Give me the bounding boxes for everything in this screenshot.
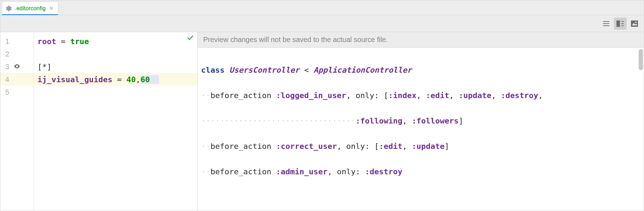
code-token: :update	[412, 142, 445, 151]
code-token	[271, 167, 276, 176]
svg-point-3	[635, 22, 637, 23]
code-token: before_action	[211, 91, 271, 100]
close-icon[interactable]: ✕	[48, 5, 54, 12]
editor-pane: 1 2 3 4 5 root = true [*] ij_visual_guid…	[0, 32, 198, 211]
code-token: [*]	[37, 62, 52, 71]
code-token: , only:	[328, 167, 361, 176]
code-token: ··	[201, 91, 211, 100]
toolbar	[0, 15, 644, 32]
line-number: 1	[5, 37, 12, 46]
line-number: 5	[5, 88, 12, 96]
code-token: [	[374, 142, 379, 151]
code-token: :correct_user	[276, 142, 337, 151]
preview-pane: Preview changes will not be saved to the…	[198, 32, 644, 211]
svg-rect-0	[616, 20, 620, 27]
line-number: 4	[5, 76, 12, 84]
code-token	[360, 167, 365, 176]
code-token: :admin_user	[276, 167, 328, 176]
check-icon	[187, 34, 194, 43]
code-token: ,	[403, 142, 412, 151]
code-token: 60	[140, 75, 150, 84]
tab-label: .editorconfig	[15, 5, 46, 12]
code-token	[224, 66, 229, 74]
line-number: 2	[5, 50, 12, 58]
code-token: :edit	[426, 91, 449, 100]
gear-icon	[6, 5, 12, 12]
code-token: class	[201, 66, 224, 74]
code-token	[271, 142, 276, 151]
code-token: :index	[388, 91, 416, 100]
code-token: <	[299, 66, 314, 74]
code-token: true	[70, 37, 89, 46]
code-token: :followers	[412, 116, 458, 125]
code-token: ,	[136, 75, 140, 84]
preview-code[interactable]: class UsersController < ApplicationContr…	[198, 48, 644, 211]
code-token: :following	[356, 116, 402, 125]
code-token: ,	[416, 91, 426, 100]
code-token: ,	[491, 91, 501, 100]
code-token: =	[112, 75, 127, 84]
code-token: UsersController	[229, 66, 299, 74]
tab-bar: .editorconfig ✕	[0, 0, 644, 15]
split-view-icon[interactable]	[614, 18, 627, 30]
code-token: :destroy	[365, 167, 403, 176]
file-tab[interactable]: .editorconfig ✕	[2, 1, 58, 15]
code-token: [	[384, 91, 388, 100]
code-token	[271, 91, 276, 100]
code-token: :logged_in_user	[276, 91, 346, 100]
editor-caret	[150, 75, 159, 84]
hamburger-icon[interactable]	[600, 18, 613, 30]
scrollbar[interactable]	[639, 49, 643, 70]
code-token: before_action	[211, 142, 271, 151]
code-token: before_action	[211, 167, 271, 176]
code-token: ·································	[201, 116, 356, 125]
code-token: , only:	[346, 91, 379, 100]
code-token: ]	[459, 116, 463, 125]
code-token	[379, 91, 384, 100]
code-token: ,	[449, 91, 459, 100]
code-token: :edit	[379, 142, 402, 151]
eye-icon[interactable]	[14, 64, 20, 70]
gutter: 1 2 3 4 5	[0, 32, 34, 211]
code-token: :destroy	[501, 91, 538, 100]
split-pane: 1 2 3 4 5 root = true [*] ij_visual_guid…	[0, 32, 644, 211]
code-token: root	[37, 37, 56, 46]
code-token: ··	[201, 167, 211, 176]
code-token: , only:	[337, 142, 370, 151]
code-token: ij_visual_guides	[37, 75, 112, 84]
code-token: ]	[445, 142, 449, 151]
svg-rect-1	[631, 20, 638, 27]
code-token: 40	[127, 75, 136, 84]
image-icon[interactable]	[628, 18, 641, 30]
preview-notice: Preview changes will not be saved to the…	[198, 32, 644, 48]
code-token: ,	[403, 116, 412, 125]
code-token: :update	[459, 91, 492, 100]
code-token: =	[56, 37, 70, 46]
line-number: 3	[5, 63, 12, 71]
code-token: ··	[201, 142, 211, 151]
code-token: ,	[538, 91, 543, 100]
code-token	[370, 142, 374, 151]
code-token: ApplicationController	[314, 66, 412, 74]
editor-code[interactable]: root = true [*] ij_visual_guides = 40,60	[34, 32, 197, 211]
